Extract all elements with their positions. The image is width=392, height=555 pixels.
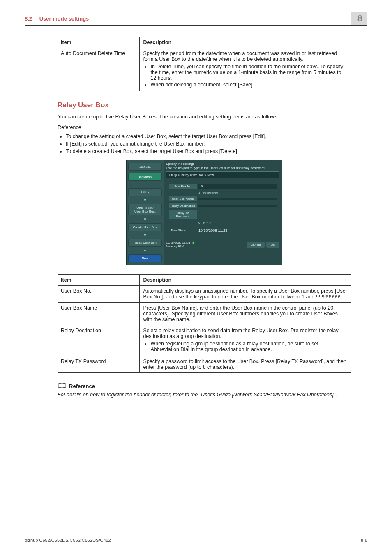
desc-cell: Specify the period from the date/time wh… <box>140 48 351 91</box>
item-cell: Relay Destination <box>58 325 140 356</box>
reference-note: Reference For details on how to register… <box>58 383 351 399</box>
userboxname-label[interactable]: User Box Name <box>169 196 197 201</box>
table-row: User Box No. Automatically displays an u… <box>58 286 351 303</box>
bookmark-button[interactable]: Bookmark <box>128 173 162 181</box>
onetouch-button[interactable]: One-Touch/ User Box Reg. <box>128 204 162 215</box>
footer-memory: Memory 99% <box>166 245 184 248</box>
form-group: User Box No. 6 1 - 999999999 User Box Na… <box>166 180 279 238</box>
chapter-number-box: 8 <box>351 12 367 25</box>
userboxname-value <box>198 198 277 200</box>
footer-page: 8-8 <box>361 538 367 543</box>
userboxno-range: 1 - 999999999 <box>198 191 277 194</box>
down-arrow-icon: ▼ <box>128 248 162 253</box>
bullet-item: To change the setting of a created User … <box>66 134 351 139</box>
col-item: Item <box>58 37 140 48</box>
ok-button[interactable]: OK <box>266 242 279 248</box>
userboxno-value: 6 <box>198 184 277 189</box>
col-description: Description <box>140 275 351 286</box>
reference-label: Reference <box>69 383 95 389</box>
reference-label: Reference <box>58 124 351 132</box>
down-arrow-icon: ▼ <box>128 198 162 202</box>
relay-userbox-button[interactable]: Relay User Box <box>128 239 162 247</box>
table-header-row: Item Description <box>58 275 351 286</box>
breadcrumb: Utility > Relay User Box > New <box>166 171 279 178</box>
screenshot-main: Specify the settings. Use the keypad to … <box>164 160 282 265</box>
desc-bullet: When not deleting a document, select [Sa… <box>150 82 348 88</box>
panel-footer: 10/10/2008 11:23 ▮ Memory 99% Cancel OK <box>166 241 279 248</box>
bullet-item: If [Edit] is selected, you cannot change… <box>66 141 351 147</box>
item-cell: User Box Name <box>58 303 140 325</box>
relaydest-value <box>198 205 277 207</box>
item-cell: Relay TX Password <box>58 356 140 373</box>
instr-line1: Specify the settings. <box>166 162 196 166</box>
utility-button[interactable]: Utility <box>128 188 162 196</box>
col-description: Description <box>140 37 351 48</box>
userboxno-label[interactable]: User Box No. <box>169 184 197 189</box>
section-number: 8.2 <box>25 16 32 22</box>
desc-bullet: When registering a group destination as … <box>150 341 348 352</box>
desc-cell: Automatically displays an unassigned num… <box>140 286 351 303</box>
down-arrow-icon: ▼ <box>128 233 162 237</box>
reference-heading: Reference <box>58 383 351 389</box>
timestored-label: Time Stored <box>169 228 197 233</box>
page-content: Item Description Auto Document Delete Ti… <box>25 37 367 399</box>
book-icon <box>58 383 67 389</box>
create-userbox-button[interactable]: Create User Box <box>128 223 162 231</box>
reference-text: For details on how to register the heade… <box>58 391 351 399</box>
header-left: 8.2 User mode settings <box>25 16 89 22</box>
desc-cell: Select a relay destination to send data … <box>140 325 351 356</box>
col-item: Item <box>58 275 140 286</box>
table-row: Relay Destination Select a relay destina… <box>58 325 351 356</box>
table-row: Relay TX Password Specify a password to … <box>58 356 351 373</box>
timestored-value: 10/10/2008 11:23 <box>198 229 227 233</box>
joblist-button[interactable]: Job List <box>128 163 162 171</box>
instr-line2: Use the keypad to type in the User Box n… <box>166 166 265 170</box>
footer-model: bizhub C652/C652DS/C552/C552DS/C452 <box>25 538 111 543</box>
cancel-button[interactable]: Cancel <box>247 242 265 248</box>
desc-bullet: In Delete Time, you can specify the time… <box>150 64 348 81</box>
bullet-item: To delete a created User Box, select the… <box>66 148 351 154</box>
auto-delete-table: Item Description Auto Document Delete Ti… <box>58 37 351 91</box>
relay-settings-table: Item Description User Box No. Automatica… <box>58 274 351 373</box>
new-button[interactable]: New <box>128 254 162 262</box>
relay-bullets: To change the setting of a created User … <box>58 134 351 154</box>
relaypw-label[interactable]: Relay TX Password <box>169 210 197 219</box>
table-row: Auto Document Delete Time Specify the pe… <box>58 48 351 91</box>
desc-cell: Specify a password to limit access to th… <box>140 356 351 373</box>
table-row: User Box Name Press [User Box Name], and… <box>58 303 351 325</box>
section-title: User mode settings <box>39 16 89 22</box>
footer-datetime: 10/10/2008 11:23 <box>166 241 190 245</box>
panel-instructions: Specify the settings. Use the keypad to … <box>166 162 279 170</box>
down-arrow-icon: ▼ <box>128 217 162 222</box>
page-footer: bizhub C652/C652DS/C552/C552DS/C452 8-8 <box>25 535 367 543</box>
item-cell: Auto Document Delete Time <box>58 48 140 91</box>
desc-text: Select a relay destination to send data … <box>143 328 338 339</box>
desc-text: Specify the period from the date/time wh… <box>143 51 337 62</box>
relay-heading: Relay User Box <box>58 101 351 109</box>
keypad-hint: 0 - 9, *, # <box>198 221 277 224</box>
device-screenshot: Job List Bookmark Utility ▼ One-Touch/ U… <box>126 160 282 265</box>
relay-intro: You can create up to five Relay User Box… <box>58 113 351 121</box>
item-cell: User Box No. <box>58 286 140 303</box>
relaydest-label[interactable]: Relay Destination <box>169 203 197 208</box>
table-header-row: Item Description <box>58 37 351 48</box>
desc-cell: Press [User Box Name], and enter the Use… <box>140 303 351 325</box>
footer-status: 10/10/2008 11:23 ▮ Memory 99% <box>166 241 194 248</box>
screenshot-sidebar: Job List Bookmark Utility ▼ One-Touch/ U… <box>127 160 164 265</box>
status-icon: ▮ <box>192 241 194 245</box>
page-running-header: 8.2 User mode settings 8 <box>25 12 367 26</box>
